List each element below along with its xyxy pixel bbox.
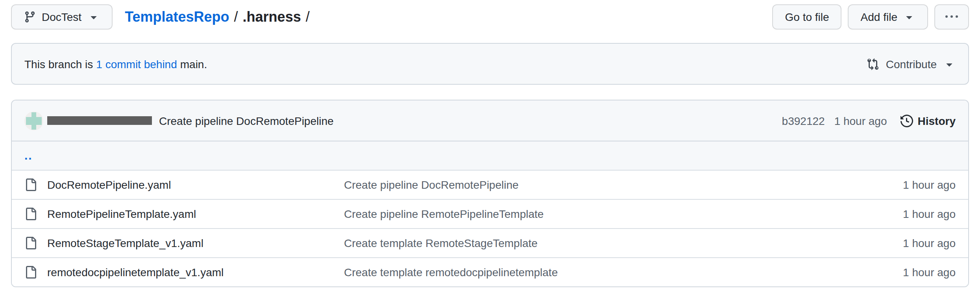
- contribute-label: Contribute: [886, 58, 937, 70]
- breadcrumb-repo-link[interactable]: TemplatesRepo: [125, 4, 229, 30]
- commit-message-link[interactable]: Create pipeline DocRemotePipeline: [159, 114, 334, 127]
- branch-selector-label: DocTest: [42, 11, 81, 22]
- branch-status-suffix: main.: [180, 58, 207, 70]
- latest-commit-bar: Create pipeline DocRemotePipeline b39212…: [12, 100, 968, 141]
- history-icon: [900, 114, 913, 127]
- chevron-down-icon: [903, 11, 915, 23]
- file-commit-message-link[interactable]: Create pipeline RemotePipelineTemplate: [344, 208, 544, 220]
- file-commit-message-cell: Create pipeline DocRemotePipeline: [344, 178, 853, 191]
- branch-status-message: This branch is 1 commit behind main.: [24, 58, 207, 70]
- commit-time: 1 hour ago: [834, 114, 887, 127]
- file-commit-message-cell: Create pipeline RemotePipelineTemplate: [344, 208, 853, 220]
- file-link[interactable]: RemoteStageTemplate_v1.yaml: [47, 237, 203, 249]
- file-commit-time: 1 hour ago: [853, 266, 956, 279]
- add-file-button[interactable]: Add file: [848, 4, 928, 30]
- file-link[interactable]: remotedocpipelinetemplate_v1.yaml: [47, 266, 224, 279]
- file-name-cell: DocRemotePipeline.yaml: [24, 178, 344, 191]
- commit-hash-link[interactable]: b392122: [782, 114, 825, 127]
- avatar-identicon: [31, 112, 36, 129]
- branch-selector-button[interactable]: DocTest: [11, 4, 112, 30]
- file-row: RemoteStageTemplate_v1.yaml Create templ…: [12, 228, 968, 257]
- file-commit-message-link[interactable]: Create template RemoteStageTemplate: [344, 237, 538, 249]
- breadcrumb-separator: /: [306, 4, 310, 30]
- branch-status-prefix: This branch is: [24, 58, 93, 70]
- kebab-horizontal-icon: [945, 11, 958, 23]
- file-name-cell: remotedocpipelinetemplate_v1.yaml: [24, 266, 344, 279]
- file-commit-message-cell: Create template RemoteStageTemplate: [344, 237, 853, 249]
- git-compare-icon: [867, 58, 880, 70]
- file-row: DocRemotePipeline.yaml Create pipeline D…: [12, 170, 968, 199]
- git-branch-icon: [24, 11, 36, 23]
- repo-page: DocTest TemplatesRepo / .harness / Go to…: [0, 4, 980, 301]
- file-icon: [24, 208, 37, 220]
- go-to-file-label: Go to file: [785, 11, 829, 22]
- file-browser: Create pipeline DocRemotePipeline b39212…: [11, 100, 969, 287]
- chevron-down-icon: [943, 58, 956, 70]
- breadcrumb: TemplatesRepo / .harness /: [125, 4, 310, 30]
- file-commit-message-cell: Create template remotedocpipelinetemplat…: [344, 266, 853, 279]
- repo-toolbar: DocTest TemplatesRepo / .harness / Go to…: [11, 4, 969, 30]
- history-link[interactable]: History: [900, 114, 956, 127]
- file-name-cell: RemoteStageTemplate_v1.yaml: [24, 237, 344, 249]
- commit-meta: b392122 1 hour ago History: [782, 114, 956, 127]
- breadcrumb-separator: /: [234, 4, 238, 30]
- toolbar-right: Go to file Add file: [773, 4, 969, 30]
- file-name-cell: RemotePipelineTemplate.yaml: [24, 208, 344, 220]
- file-icon: [24, 237, 37, 249]
- go-to-file-button[interactable]: Go to file: [773, 4, 842, 30]
- file-row: RemotePipelineTemplate.yaml Create pipel…: [12, 199, 968, 228]
- file-row: remotedocpipelinetemplate_v1.yaml Create…: [12, 257, 968, 286]
- parent-directory-row: ..: [12, 141, 968, 170]
- file-commit-message-link[interactable]: Create pipeline DocRemotePipeline: [344, 178, 519, 191]
- file-commit-time: 1 hour ago: [853, 178, 956, 191]
- file-commit-time: 1 hour ago: [853, 237, 956, 249]
- avatar[interactable]: [24, 111, 43, 130]
- toolbar-left: DocTest TemplatesRepo / .harness /: [11, 4, 310, 30]
- file-commit-message-link[interactable]: Create template remotedocpipelinetemplat…: [344, 266, 558, 279]
- file-icon: [24, 266, 37, 279]
- more-options-button[interactable]: [934, 4, 969, 30]
- file-link[interactable]: DocRemotePipeline.yaml: [47, 178, 171, 191]
- contribute-button[interactable]: Contribute: [867, 58, 956, 70]
- breadcrumb-current-dir: .harness: [243, 4, 301, 30]
- file-list: .. DocRemotePipeline.yaml Create pipelin…: [12, 141, 968, 286]
- file-icon: [24, 178, 37, 191]
- commits-behind-link[interactable]: 1 commit behind: [96, 58, 177, 70]
- history-label: History: [918, 114, 956, 127]
- add-file-label: Add file: [861, 11, 897, 22]
- branch-status-banner: This branch is 1 commit behind main. Con…: [11, 43, 969, 85]
- parent-directory-link[interactable]: ..: [24, 152, 33, 160]
- file-link[interactable]: RemotePipelineTemplate.yaml: [47, 208, 196, 220]
- file-commit-time: 1 hour ago: [853, 208, 956, 220]
- redacted-username: [47, 116, 152, 125]
- chevron-down-icon: [87, 11, 100, 23]
